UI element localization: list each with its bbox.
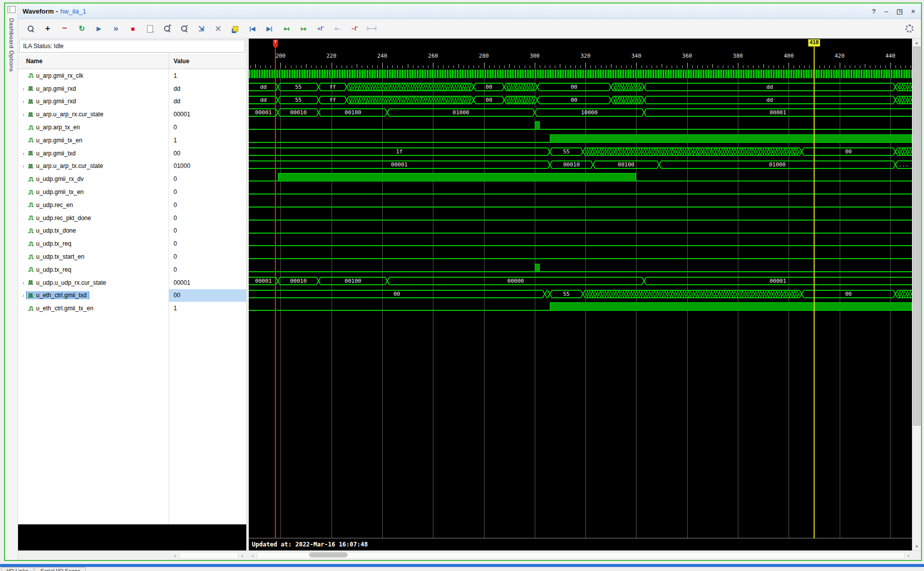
table-scroll-track[interactable] [179, 552, 238, 559]
bus-value-segment: 55 [278, 96, 319, 104]
waveform-panel[interactable]: 200220240260280300320340360380400420440 … [249, 39, 912, 550]
expand-chevron-icon[interactable]: › [20, 111, 27, 117]
wave-high-segment [278, 173, 636, 181]
stop-trigger-icon[interactable]: ■ [124, 22, 141, 35]
float-button[interactable]: ◳ [896, 8, 902, 15]
signal-row[interactable]: u_udp.tx_start_en0 [18, 250, 246, 263]
bus-transition [642, 277, 646, 285]
scroll-down-icon[interactable]: ▼ [912, 542, 921, 550]
bus-transition [799, 147, 804, 156]
signal-row[interactable]: ›u_arp.u_arp_tx.cur_state01000 [18, 160, 246, 173]
add-rising-edge-icon[interactable]: +Γ [312, 22, 329, 35]
run-trigger-icon[interactable]: ▶ [90, 22, 107, 35]
signal-row[interactable]: u_eth_ctrl.gmii_tx_en1 [18, 302, 246, 315]
remove-probe-icon[interactable]: − [56, 22, 73, 35]
add-falling-edge-icon[interactable]: +⌐ [329, 22, 346, 35]
zoom-fit-icon[interactable]: ⇲ [193, 22, 210, 35]
bus-value-segment: 55 [550, 147, 583, 156]
bit-signal-icon [28, 189, 34, 196]
capture-window-icon[interactable]: ⊢⊣ [363, 22, 380, 35]
marker-time-label[interactable]: 410 [808, 39, 820, 47]
close-button[interactable]: × [911, 8, 915, 15]
wave-scroll-left-icon[interactable]: ‹ [249, 553, 257, 558]
tab-serial-io-scans[interactable]: Serial I/O Scans [35, 567, 85, 571]
signal-row[interactable]: u_udp.gmii_tx_en0 [18, 185, 246, 199]
signal-value-cell: 0 [169, 250, 246, 263]
signal-name: u_eth_ctrl.gmii_txd [36, 292, 87, 299]
bottom-tabs: I/O Links Serial I/O Scans [1, 567, 86, 571]
wave-scroll-thumb[interactable] [309, 552, 348, 557]
wave-scroll-right-icon[interactable]: › [904, 553, 912, 558]
table-horizontal-scrollbar[interactable]: ‹ › [171, 551, 246, 560]
run-all-triggers-icon[interactable]: » [107, 22, 124, 35]
vertical-scroll-thumb[interactable] [913, 47, 920, 426]
expand-chevron-icon[interactable]: › [20, 280, 27, 286]
content-area: ILA Status: Idle Name Value u_arp.gmii_r… [18, 39, 921, 550]
table-scroll-right-icon[interactable]: › [238, 553, 246, 558]
waveform-settings-icon[interactable] [901, 22, 918, 35]
remove-edge-icon[interactable]: −Γ [346, 22, 363, 35]
bus-value-segment: 00 [802, 147, 895, 156]
signal-row[interactable]: u_udp.rec_en0 [18, 199, 246, 212]
capture-mode-icon[interactable] [210, 22, 227, 35]
expand-chevron-icon[interactable]: › [20, 86, 27, 92]
signal-row[interactable]: ›u_eth_ctrl.gmii_txd00 [18, 289, 246, 302]
wave-scroll-track[interactable] [257, 552, 904, 559]
wave-low-segment [249, 271, 535, 272]
signal-row[interactable]: ›u_arp.gmii_rxddd [18, 95, 246, 108]
add-probe-icon[interactable]: + [39, 22, 56, 35]
signal-row[interactable]: u_udp.tx_req0 [18, 263, 246, 276]
dashboard-panel-icon[interactable] [8, 6, 16, 13]
expand-chevron-icon[interactable]: › [20, 98, 27, 104]
next-transition-icon[interactable]: ↦ [295, 22, 312, 35]
table-scroll-left-icon[interactable]: ‹ [171, 553, 179, 558]
marker-cursor-line[interactable] [814, 46, 815, 538]
column-header-value[interactable]: Value [169, 58, 189, 65]
expand-chevron-icon[interactable]: › [20, 150, 27, 156]
bus-value-segment: 00 [537, 96, 611, 104]
signal-row[interactable]: u_arp.gmii_rx_clk1 [18, 69, 246, 82]
signal-row[interactable]: u_udp.tx_done0 [18, 225, 246, 238]
signal-value-cell: 0 [169, 185, 246, 199]
scroll-up-icon[interactable]: ▲ [912, 39, 921, 47]
signal-row[interactable]: u_arp.arp_tx_en0 [18, 121, 246, 134]
signal-row[interactable]: ›u_udp.u_udp_rx.cur_state00001 [18, 276, 246, 289]
window-controls: ?‒◳× [872, 8, 915, 15]
column-header-name[interactable]: Name [18, 58, 169, 65]
signal-row[interactable]: u_udp.tx_req0 [18, 237, 246, 250]
signal-row[interactable]: ›u_arp.u_arp_rx.cur_state00001 [18, 108, 246, 121]
bus-transition [893, 96, 898, 104]
zoom-out-icon[interactable]: − [176, 22, 193, 35]
dashboard-options-label[interactable]: Dashboard Options [9, 18, 15, 72]
help-button[interactable]: ? [872, 8, 876, 15]
run-trigger-immediate-icon[interactable]: ↻ [73, 22, 90, 35]
signal-row[interactable]: u_arp.gmii_tx_en1 [18, 134, 246, 147]
goto-start-icon[interactable]: |◀ [244, 22, 261, 35]
trigger-cursor-line[interactable] [275, 49, 276, 538]
tab-io-links[interactable]: I/O Links [1, 567, 34, 571]
signal-name-cell: ›u_eth_ctrl.gmii_txd [18, 291, 169, 299]
time-axis[interactable]: 200220240260280300320340360380400420440 [249, 52, 912, 68]
add-marker-icon[interactable] [227, 22, 244, 35]
bus-transition [642, 108, 646, 117]
wave-horizontal-scrollbar[interactable]: ‹ › [249, 551, 912, 560]
minimize-button[interactable]: ‒ [884, 8, 888, 15]
expand-chevron-icon[interactable]: › [20, 292, 27, 298]
goto-end-icon[interactable]: ▶| [261, 22, 278, 35]
export-ila-data-icon[interactable]: → [141, 22, 159, 35]
vertical-scrollbar[interactable]: ▲ ▼ [912, 39, 921, 550]
window-title-link[interactable]: hw_ila_1 [60, 8, 86, 15]
zoom-in-icon[interactable]: + [159, 22, 176, 35]
expand-chevron-icon[interactable]: › [20, 163, 27, 169]
zoom-select-icon[interactable] [22, 22, 39, 35]
signal-row[interactable]: u_udp.rec_pkt_done0 [18, 212, 246, 225]
signal-value: 0 [174, 175, 177, 182]
signal-row[interactable]: ›u_arp.gmii_txd00 [18, 147, 246, 160]
signal-value: dd [174, 98, 180, 105]
bus-transition [642, 96, 646, 104]
signal-row[interactable]: ›u_arp.gmii_rxddd [18, 82, 246, 95]
signal-row[interactable]: u_udp.gmii_rx_dv0 [18, 172, 246, 185]
signal-value-cell: 00001 [169, 108, 246, 121]
prev-transition-icon[interactable]: ↤ [278, 22, 295, 35]
bit-signal-icon [28, 254, 34, 260]
